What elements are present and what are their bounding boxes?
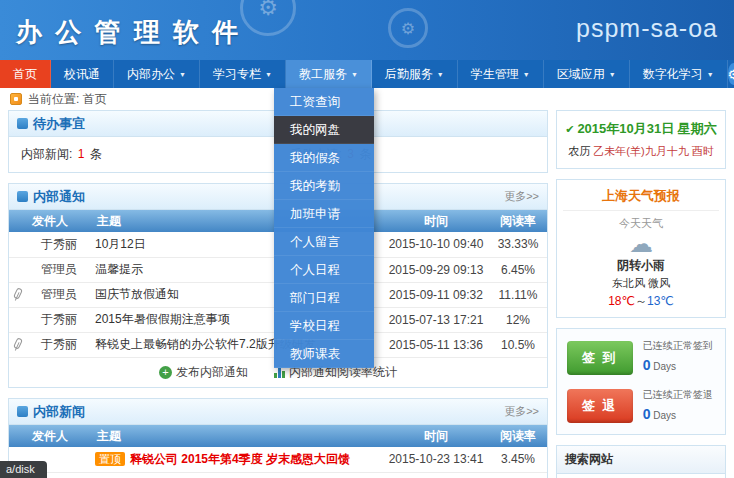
news-more-link[interactable]: 更多>> xyxy=(504,404,539,419)
weather-temps: 18℃～13℃ xyxy=(563,293,719,310)
todo-stat-internal-news[interactable]: 内部新闻: 1 条 xyxy=(9,137,279,172)
weather-condition: 阴转小雨 xyxy=(563,257,719,274)
nav-item-logistics[interactable]: 后勤服务▼ xyxy=(372,60,458,88)
notice-sender: 管理员 xyxy=(27,282,91,307)
attachment-paperclip-icon xyxy=(13,337,23,350)
menu-item-my-attendance[interactable]: 我的考勤 xyxy=(274,172,374,200)
notice-read-rate: 12% xyxy=(489,307,547,332)
news-subject-link[interactable]: 释锐公司 2015年第4季度 岁末感恩大回馈 xyxy=(130,452,350,466)
news-table: 发件人 主题 时间 阅读率 置顶释锐公司 2015年第4季度 岁末感恩大回馈 2… xyxy=(9,425,547,478)
sign-in-status: 已连续正常签到 0 Days xyxy=(643,338,713,376)
notice-time: 2015-05-11 13:36 xyxy=(383,332,489,357)
nav-item-internal-office[interactable]: 内部办公▼ xyxy=(114,60,200,88)
compass-decoration-icon: ⚙ xyxy=(388,8,428,48)
col-sender: 发件人 xyxy=(9,210,91,232)
nav-item-staff-services[interactable]: 教工服务▼ xyxy=(286,60,372,88)
nav-item-home[interactable]: 首页 xyxy=(0,60,51,88)
nav-item-digital-learning[interactable]: 数字化学习▼ xyxy=(630,60,728,88)
notice-read-rate: 33.33% xyxy=(489,232,547,257)
notices-panel-title: 内部通知 xyxy=(17,188,85,206)
nav-label: 后勤服务 xyxy=(385,66,433,83)
chevron-down-icon: ▼ xyxy=(707,71,714,78)
brand-text: pspm-sa-oa xyxy=(576,14,718,43)
sign-out-button[interactable]: 签 退 xyxy=(567,389,633,423)
nav-item-regional-apps[interactable]: 区域应用▼ xyxy=(544,60,630,88)
nav-label: 校讯通 xyxy=(64,66,100,83)
menu-item-department-schedule[interactable]: 部门日程 xyxy=(274,284,374,312)
calendar-panel: ✔2015年10月31日 星期六 农历 乙未年(羊)九月十九 酉时 xyxy=(556,110,726,169)
nav-label: 教工服务 xyxy=(299,66,347,83)
internal-news-panel: 内部新闻 更多>> 发件人 主题 时间 阅读率 xyxy=(8,398,548,478)
nav-label: 区域应用 xyxy=(557,66,605,83)
nav-label: 内部办公 xyxy=(127,66,175,83)
menu-item-my-leave-slips[interactable]: 我的假条 xyxy=(274,144,374,172)
news-panel-title: 内部新闻 xyxy=(17,403,85,421)
notice-sender: 于秀丽 xyxy=(27,232,91,257)
notices-more-link[interactable]: 更多>> xyxy=(504,189,539,204)
table-header-row: 发件人 主题 时间 阅读率 xyxy=(9,425,547,447)
panel-bullet-icon xyxy=(17,191,28,202)
menu-item-teacher-timetable[interactable]: 教师课表 xyxy=(274,340,374,368)
menu-item-personal-message[interactable]: 个人留言 xyxy=(274,228,374,256)
menu-item-salary-query[interactable]: 工资查询 xyxy=(274,88,374,116)
location-icon xyxy=(10,93,22,105)
weather-wind: 东北风 微风 xyxy=(563,276,719,291)
breadcrumb-text: 当前位置: 首页 xyxy=(28,91,107,108)
news-time: 2015-10-23 13:41 xyxy=(383,447,489,472)
settings-gear-icon[interactable]: ⚙ xyxy=(728,63,734,85)
nav-label: 学习专栏 xyxy=(213,66,261,83)
notice-subject-link[interactable]: 2015年暑假假期注意事项 xyxy=(95,312,230,326)
notice-read-rate: 10.5% xyxy=(489,332,547,357)
plus-icon: + xyxy=(159,366,172,379)
chevron-down-icon: ▼ xyxy=(351,71,358,78)
cloud-icon: ☁ xyxy=(563,231,719,257)
chevron-down-icon: ▼ xyxy=(265,71,272,78)
publish-notice-link[interactable]: + 发布内部通知 xyxy=(159,364,248,381)
nav-item-study-column[interactable]: 学习专栏▼ xyxy=(200,60,286,88)
sign-in-button[interactable]: 签 到 xyxy=(567,341,633,375)
sign-out-status: 已连续正常签退 0 Days xyxy=(643,387,713,425)
notice-subject-link[interactable]: 国庆节放假通知 xyxy=(95,287,179,301)
notice-sender: 于秀丽 xyxy=(27,332,91,357)
notice-read-rate: 11.11% xyxy=(489,282,547,307)
menu-item-overtime-request[interactable]: 加班申请 xyxy=(274,200,374,228)
weather-title: 上海天气预报 xyxy=(563,187,719,211)
col-rate: 阅读率 xyxy=(489,210,547,232)
notice-read-rate: 6.45% xyxy=(489,257,547,282)
weather-panel: 上海天气预报 今天天气 ☁ 阴转小雨 东北风 微风 18℃～13℃ xyxy=(556,179,726,318)
notice-subject-link[interactable]: 10月12日 xyxy=(95,237,146,251)
panel-bullet-icon xyxy=(17,406,28,417)
weather-subtitle: 今天天气 xyxy=(563,216,719,231)
attachment-paperclip-icon xyxy=(13,287,23,300)
news-read-rate: 15.79% xyxy=(489,472,547,478)
search-sites-title: 搜索网站 xyxy=(557,446,725,474)
staff-services-dropdown: 工资查询 我的网盘 我的假条 我的考勤 加班申请 个人留言 个人日程 部门日程 … xyxy=(274,88,374,368)
news-time: 2015-04-21 19:41 xyxy=(383,472,489,478)
news-row[interactable]: 观的意外课堂 2015-04-21 19:41 15.79% xyxy=(9,472,547,478)
notice-time: 2015-09-11 09:32 xyxy=(383,282,489,307)
menu-item-personal-schedule[interactable]: 个人日程 xyxy=(274,256,374,284)
chevron-down-icon: ▼ xyxy=(437,71,444,78)
todo-count: 1 xyxy=(76,147,87,161)
col-rate: 阅读率 xyxy=(489,425,547,447)
notice-subject-link[interactable]: 温馨提示 xyxy=(95,262,143,276)
lunar-date-line: 农历 乙未年(羊)九月十九 酉时 xyxy=(561,144,721,159)
menu-item-my-netdisk[interactable]: 我的网盘 xyxy=(274,116,374,144)
attendance-panel: 签 到 已连续正常签到 0 Days 签 退 已连续正常签退 0 Days xyxy=(556,328,726,435)
menu-item-school-schedule[interactable]: 学校日程 xyxy=(274,312,374,340)
news-row[interactable]: 置顶释锐公司 2015年第4季度 岁末感恩大回馈 2015-10-23 13:4… xyxy=(9,447,547,472)
bar-chart-icon xyxy=(274,367,285,378)
chevron-down-icon: ▼ xyxy=(609,71,616,78)
nav-label: 数字化学习 xyxy=(643,66,703,83)
pinned-badge: 置顶 xyxy=(95,452,125,466)
notice-time: 2015-09-29 09:13 xyxy=(383,257,489,282)
todo-panel-title: 待办事宜 xyxy=(17,115,85,133)
date-line: ✔2015年10月31日 星期六 xyxy=(561,120,721,138)
nav-item-student-mgmt[interactable]: 学生管理▼ xyxy=(458,60,544,88)
nav-item-xiaoxuntong[interactable]: 校讯通 xyxy=(51,60,114,88)
notice-sender: 于秀丽 xyxy=(27,307,91,332)
nav-label: 学生管理 xyxy=(471,66,519,83)
nav-label: 首页 xyxy=(13,66,37,83)
col-sender: 发件人 xyxy=(9,425,91,447)
status-url-tip: a/disk xyxy=(0,461,47,478)
